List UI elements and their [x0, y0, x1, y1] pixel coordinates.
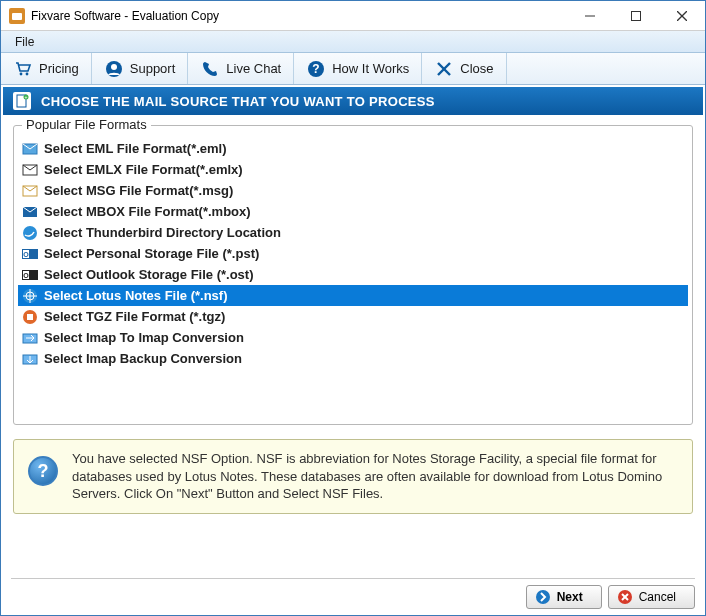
format-label: Select MSG File Format(*.msg) [44, 183, 233, 198]
close-icon [434, 59, 454, 79]
footer: Next Cancel [11, 578, 695, 609]
format-label: Select Thunderbird Directory Location [44, 225, 281, 240]
format-row-ost[interactable]: OSelect Outlook Storage File (*.ost) [18, 264, 688, 285]
eml-icon [22, 141, 38, 157]
cancel-icon [617, 589, 633, 605]
toolbar: Pricing Support Live Chat ? How It Works… [1, 53, 705, 85]
imap-backup-icon [22, 351, 38, 367]
page-icon: + [13, 92, 31, 110]
format-label: Select Imap To Imap Conversion [44, 330, 244, 345]
howitworks-label: How It Works [332, 61, 409, 76]
format-row-emlx[interactable]: Select EMLX File Format(*.emlx) [18, 159, 688, 180]
svg-point-7 [26, 72, 29, 75]
format-label: Select Imap Backup Conversion [44, 351, 242, 366]
svg-point-36 [536, 590, 550, 604]
format-label: Select Lotus Notes File (*.nsf) [44, 288, 227, 303]
livechat-label: Live Chat [226, 61, 281, 76]
cancel-label: Cancel [639, 590, 676, 604]
format-row-imap-backup[interactable]: Select Imap Backup Conversion [18, 348, 688, 369]
headset-icon [104, 59, 124, 79]
arrow-right-icon [535, 589, 551, 605]
titlebar: Fixvare Software - Evaluation Copy [1, 1, 705, 31]
format-group: Popular File Formats Select EML File For… [13, 125, 693, 425]
info-icon: ? [28, 456, 58, 486]
close-button[interactable]: Close [422, 53, 506, 84]
format-row-imap[interactable]: Select Imap To Imap Conversion [18, 327, 688, 348]
info-box: ? You have selected NSF Option. NSF is a… [13, 439, 693, 514]
next-label: Next [557, 590, 583, 604]
svg-text:O: O [23, 272, 29, 279]
content: Popular File Formats Select EML File For… [1, 115, 705, 425]
pricing-button[interactable]: Pricing [1, 53, 92, 84]
tgz-icon [22, 309, 38, 325]
close-window-button[interactable] [659, 1, 705, 31]
svg-text:O: O [23, 251, 29, 258]
format-label: Select TGZ File Format (*.tgz) [44, 309, 225, 324]
format-row-nsf[interactable]: Select Lotus Notes File (*.nsf) [18, 285, 688, 306]
ost-icon: O [22, 267, 38, 283]
format-row-thunderbird[interactable]: Select Thunderbird Directory Location [18, 222, 688, 243]
format-row-msg[interactable]: Select MSG File Format(*.msg) [18, 180, 688, 201]
app-icon [9, 8, 25, 24]
menu-file[interactable]: File [7, 33, 42, 51]
support-label: Support [130, 61, 176, 76]
info-text: You have selected NSF Option. NSF is abb… [72, 450, 678, 503]
svg-rect-3 [632, 11, 641, 20]
cart-icon [13, 59, 33, 79]
svg-point-9 [111, 64, 117, 70]
format-label: Select EMLX File Format(*.emlx) [44, 162, 243, 177]
format-label: Select EML File Format(*.eml) [44, 141, 227, 156]
header-text: CHOOSE THE MAIL SOURCE THAT YOU WANT TO … [41, 94, 435, 109]
pst-icon: O [22, 246, 38, 262]
format-list: Select EML File Format(*.eml)Select EMLX… [18, 138, 688, 369]
cancel-button[interactable]: Cancel [608, 585, 695, 609]
howitworks-button[interactable]: ? How It Works [294, 53, 422, 84]
svg-point-6 [20, 72, 23, 75]
livechat-button[interactable]: Live Chat [188, 53, 294, 84]
next-button[interactable]: Next [526, 585, 602, 609]
question-icon: ? [306, 59, 326, 79]
mbox-icon [22, 204, 38, 220]
imap-icon [22, 330, 38, 346]
window-title: Fixvare Software - Evaluation Copy [31, 9, 567, 23]
phone-icon [200, 59, 220, 79]
msg-icon [22, 183, 38, 199]
minimize-button[interactable] [567, 1, 613, 31]
svg-text:+: + [25, 94, 28, 100]
format-row-pst[interactable]: OSelect Personal Storage File (*.pst) [18, 243, 688, 264]
format-label: Select MBOX File Format(*.mbox) [44, 204, 251, 219]
format-label: Select Personal Storage File (*.pst) [44, 246, 259, 261]
close-label: Close [460, 61, 493, 76]
support-button[interactable]: Support [92, 53, 189, 84]
pricing-label: Pricing [39, 61, 79, 76]
svg-rect-1 [12, 13, 22, 20]
nsf-icon [22, 288, 38, 304]
group-legend: Popular File Formats [22, 117, 151, 132]
format-row-eml[interactable]: Select EML File Format(*.eml) [18, 138, 688, 159]
svg-point-21 [23, 226, 37, 240]
menubar: File [1, 31, 705, 53]
svg-text:?: ? [313, 62, 320, 76]
svg-rect-33 [27, 314, 33, 320]
format-row-mbox[interactable]: Select MBOX File Format(*.mbox) [18, 201, 688, 222]
format-row-tgz[interactable]: Select TGZ File Format (*.tgz) [18, 306, 688, 327]
maximize-button[interactable] [613, 1, 659, 31]
header-band: + CHOOSE THE MAIL SOURCE THAT YOU WANT T… [3, 87, 703, 115]
emlx-icon [22, 162, 38, 178]
format-label: Select Outlook Storage File (*.ost) [44, 267, 253, 282]
thunderbird-icon [22, 225, 38, 241]
